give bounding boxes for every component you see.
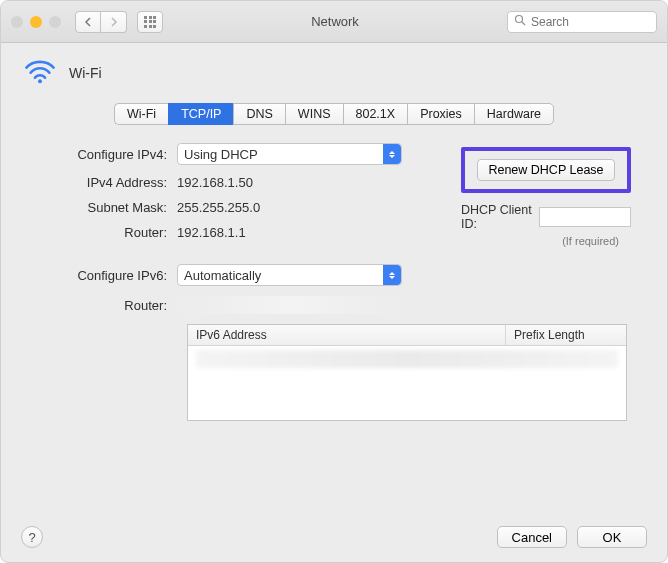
network-prefs-window: Network Wi-Fi Wi-Fi TCP/IP DNS WINS 802.… xyxy=(0,0,668,563)
search-input[interactable] xyxy=(531,15,650,29)
dhcp-sidebar: Renew DHCP Lease DHCP Client ID: (If req… xyxy=(461,147,631,247)
renew-highlight-box: Renew DHCP Lease xyxy=(461,147,631,193)
ipv6-router-value xyxy=(177,296,402,314)
renew-dhcp-lease-button[interactable]: Renew DHCP Lease xyxy=(477,159,614,181)
configure-ipv4-select[interactable]: Using DHCP xyxy=(177,143,402,165)
titlebar: Network xyxy=(1,1,667,43)
tab-wins[interactable]: WINS xyxy=(285,103,343,125)
table-header: IPv6 Address Prefix Length xyxy=(188,325,626,346)
subnet-mask-label: Subnet Mask: xyxy=(37,200,177,215)
configure-ipv4-label: Configure IPv4: xyxy=(37,147,177,162)
wifi-icon xyxy=(23,57,57,89)
tab-proxies[interactable]: Proxies xyxy=(407,103,474,125)
configure-ipv6-value: Automatically xyxy=(184,268,261,283)
svg-line-1 xyxy=(522,22,525,25)
back-button[interactable] xyxy=(75,11,101,33)
grid-icon xyxy=(144,16,156,28)
configure-ipv6-select[interactable]: Automatically xyxy=(177,264,402,286)
show-all-button[interactable] xyxy=(137,11,163,33)
ipv4-router-value: 192.168.1.1 xyxy=(177,225,246,240)
help-button[interactable]: ? xyxy=(21,526,43,548)
ipv6-router-label: Router: xyxy=(37,298,177,313)
ok-button[interactable]: OK xyxy=(577,526,647,548)
table-row xyxy=(196,350,618,368)
configure-ipv6-label: Configure IPv6: xyxy=(37,268,177,283)
forward-button[interactable] xyxy=(101,11,127,33)
dhcp-client-id-label: DHCP Client ID: xyxy=(461,203,533,231)
help-icon: ? xyxy=(28,530,35,545)
tab-hardware[interactable]: Hardware xyxy=(474,103,554,125)
chevron-right-icon xyxy=(110,17,118,27)
tab-tcpip[interactable]: TCP/IP xyxy=(168,103,233,125)
if-required-label: (If required) xyxy=(562,235,619,247)
tab-8021x[interactable]: 802.1X xyxy=(343,103,408,125)
svg-point-0 xyxy=(516,16,523,23)
tab-dns[interactable]: DNS xyxy=(233,103,284,125)
subnet-mask-value: 255.255.255.0 xyxy=(177,200,260,215)
nav-buttons xyxy=(75,11,127,33)
ipv4-address-value: 192.168.1.50 xyxy=(177,175,253,190)
svg-point-2 xyxy=(38,79,42,83)
minimize-window-icon[interactable] xyxy=(30,16,42,28)
traffic-lights xyxy=(11,16,61,28)
updown-caret-icon xyxy=(383,265,401,285)
configure-ipv4-value: Using DHCP xyxy=(184,147,258,162)
tabs: Wi-Fi TCP/IP DNS WINS 802.1X Proxies Har… xyxy=(1,103,667,125)
tab-wifi[interactable]: Wi-Fi xyxy=(114,103,168,125)
table-body[interactable] xyxy=(188,350,626,420)
ipv6-address-table: IPv6 Address Prefix Length xyxy=(187,324,627,421)
interface-header: Wi-Fi xyxy=(1,43,667,99)
close-window-icon[interactable] xyxy=(11,16,23,28)
interface-name: Wi-Fi xyxy=(69,65,102,81)
search-field[interactable] xyxy=(507,11,657,33)
col-prefix-length[interactable]: Prefix Length xyxy=(506,325,626,345)
ipv4-address-label: IPv4 Address: xyxy=(37,175,177,190)
ipv4-router-label: Router: xyxy=(37,225,177,240)
cancel-button[interactable]: Cancel xyxy=(497,526,567,548)
col-ipv6-address[interactable]: IPv6 Address xyxy=(188,325,506,345)
updown-caret-icon xyxy=(383,144,401,164)
footer: ? Cancel OK xyxy=(1,512,667,562)
zoom-window-icon[interactable] xyxy=(49,16,61,28)
search-icon xyxy=(514,14,526,29)
window-title: Network xyxy=(173,14,497,29)
dhcp-client-id-input[interactable] xyxy=(539,207,631,227)
chevron-left-icon xyxy=(84,17,92,27)
